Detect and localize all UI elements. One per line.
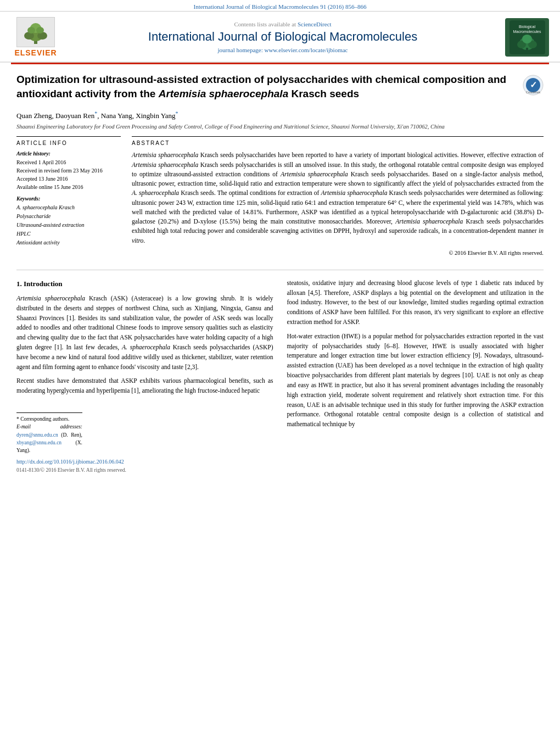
section-divider	[16, 270, 544, 270]
footnote-star: * Corresponding authors.	[16, 416, 69, 422]
info-abstract-section: ARTICLE INFO Article history: Received 1…	[16, 136, 544, 256]
copyright-line: © 2016 Elsevier B.V. All rights reserved…	[132, 250, 544, 256]
journal-center: Contents lists available at ScienceDirec…	[60, 21, 505, 53]
elsevier-tree-icon	[16, 17, 55, 47]
body-para-3: steatosis, oxidative injury and decreasi…	[287, 278, 544, 327]
abstract-text: Artemisia sphaerocephala Krasch seeds po…	[132, 150, 544, 246]
license-line: 0141-8130/© 2016 Elsevier B.V. All right…	[16, 466, 273, 475]
affiliation: Shaanxi Engineering Laboratory for Food …	[16, 123, 544, 131]
journal-title: International Journal of Biological Macr…	[71, 30, 494, 44]
sciencedirect-link[interactable]: ScienceDirect	[298, 21, 332, 27]
title-text-area: Optimization for ultrasound-assisted ext…	[16, 72, 514, 105]
body-section: 1. Introduction Artemisia sphaerocephala…	[0, 278, 560, 475]
svg-rect-14	[526, 48, 528, 52]
svg-point-13	[522, 35, 532, 43]
footnote-email: E-mail addresses: dyren@snnu.edu.cn (D. …	[16, 424, 82, 453]
crossmark-logo[interactable]: ✓ CrossMark	[523, 75, 544, 96]
biom-logo: Biological Macromolecules	[505, 18, 549, 57]
abstract-panel: ABSTRACT Artemisia sphaerocephala Krasch…	[132, 136, 544, 256]
svg-text:Biological: Biological	[519, 25, 535, 29]
elsevier-wordmark: ELSEVIER	[14, 48, 57, 57]
svg-text:CrossMark: CrossMark	[526, 91, 541, 94]
sciencedirect-label: Contents lists available at ScienceDirec…	[71, 21, 494, 27]
body-para-2: Recent studies have demonstrated that AS…	[16, 376, 273, 396]
article-history: Received 1 April 2016 Received in revise…	[16, 158, 121, 191]
title-section: Optimization for ultrasound-assisted ext…	[16, 72, 544, 105]
body-para-1: Artemisia sphaerocephala Krasch (ASK) (A…	[16, 294, 273, 372]
body-para-4: Hot-water extraction (HWE) is a popular …	[287, 332, 544, 429]
article-title: Optimization for ultrasound-assisted ext…	[16, 72, 514, 101]
abstract-title: ABSTRACT	[132, 140, 544, 146]
article-main: Optimization for ultrasound-assisted ext…	[0, 64, 560, 261]
journal-header: ELSEVIER Contents lists available at Sci…	[0, 12, 560, 63]
section1-heading: 1. Introduction	[16, 278, 273, 289]
homepage-url[interactable]: www.elsevier.com/locate/ijbiomac	[264, 47, 348, 53]
svg-text:✓: ✓	[530, 80, 537, 90]
authors: Quan Zheng, Daoyuan Ren*, Nana Yang, Xin…	[16, 110, 544, 120]
keywords-list: A. sphaerocephala Krasch Polysaccharide …	[16, 203, 121, 247]
svg-text:Macromolecules: Macromolecules	[513, 30, 541, 34]
journal-citation: International Journal of Biological Macr…	[0, 0, 560, 12]
article-info-title: ARTICLE INFO	[16, 140, 121, 146]
body-col-left: 1. Introduction Artemisia sphaerocephala…	[16, 278, 273, 475]
svg-point-6	[36, 27, 44, 34]
svg-point-5	[27, 27, 35, 34]
article-info-panel: ARTICLE INFO Article history: Received 1…	[16, 136, 121, 256]
keywords-label: Keywords:	[16, 196, 121, 202]
citation-text: International Journal of Biological Macr…	[194, 3, 367, 10]
footnote-area: * Corresponding authors. E-mail addresse…	[16, 412, 82, 454]
journal-homepage: journal homepage: www.elsevier.com/locat…	[71, 47, 494, 53]
doi-line[interactable]: http://dx.doi.org/10.1016/j.ijbiomac.201…	[16, 458, 273, 466]
history-label: Article history:	[16, 150, 121, 157]
body-col-right: steatosis, oxidative injury and decreasi…	[287, 278, 544, 475]
elsevier-logo: ELSEVIER	[11, 17, 60, 57]
